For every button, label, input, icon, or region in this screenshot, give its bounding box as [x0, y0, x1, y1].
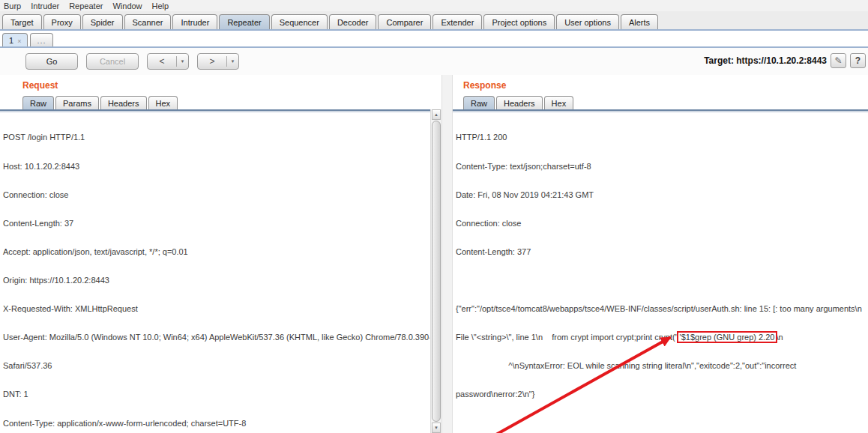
- tab-alerts[interactable]: Alerts: [621, 14, 658, 29]
- scrollbar-thumb[interactable]: [432, 121, 441, 422]
- response-line: Date: Fri, 08 Nov 2019 04:21:43 GMT: [456, 190, 868, 200]
- request-line: DNT: 1: [3, 390, 430, 399]
- request-editor-tabs: RawParamsHeadersHex: [0, 94, 441, 111]
- response-tab-hex[interactable]: Hex: [544, 96, 574, 109]
- target-url-label: Target: https://10.1.20.2:8443: [704, 55, 827, 66]
- response-body-line: ^\nSyntaxError: EOL while scanning strin…: [456, 361, 868, 371]
- tab-scanner[interactable]: Scanner: [124, 14, 172, 29]
- tab-extender[interactable]: Extender: [433, 14, 482, 29]
- repeater-tab-1-label: 1: [9, 36, 13, 45]
- scroll-up-icon[interactable]: ▲: [432, 109, 441, 120]
- pencil-icon: ✎: [834, 55, 842, 66]
- repeater-tab-1[interactable]: 1×: [2, 33, 28, 46]
- tab-intruder[interactable]: Intruder: [172, 14, 217, 29]
- request-line: Content-Length: 37: [3, 219, 430, 228]
- tab-comparer[interactable]: Comparer: [378, 14, 431, 29]
- help-button[interactable]: ?: [850, 53, 866, 68]
- request-tab-params[interactable]: Params: [55, 96, 99, 109]
- next-request-button[interactable]: >▼: [197, 53, 239, 70]
- response-body-line: {"err":"/opt/tsce4/tomcat8/webapps/tsce4…: [456, 304, 868, 314]
- scroll-down-icon[interactable]: ▼: [432, 423, 441, 433]
- menu-item-repeater[interactable]: Repeater: [69, 1, 103, 10]
- chevron-down-icon[interactable]: ▼: [227, 59, 238, 64]
- request-scrollbar[interactable]: ▲ ▼: [430, 109, 441, 433]
- menu-item-window[interactable]: Window: [112, 1, 142, 10]
- response-title: Response: [453, 75, 868, 94]
- response-editor[interactable]: HTTP/1.1 200 Content-Type: text/json;cha…: [453, 111, 868, 433]
- tab-spider[interactable]: Spider: [82, 14, 123, 29]
- request-line: Connection: close: [3, 190, 430, 200]
- response-pane: Response RawHeadersHex HTTP/1.1 200 Cont…: [453, 75, 868, 433]
- go-button[interactable]: Go: [25, 53, 78, 70]
- tab-decoder[interactable]: Decoder: [329, 14, 377, 29]
- request-line: POST /login HTTP/1.1: [3, 133, 430, 142]
- request-editor[interactable]: POST /login HTTP/1.1 Host: 10.1.20.2:844…: [0, 111, 430, 433]
- tab-repeater[interactable]: Repeater: [219, 14, 269, 29]
- edit-target-button[interactable]: ✎: [831, 53, 846, 68]
- response-body-line: File \"<string>\", line 1\n from crypt i…: [456, 333, 868, 342]
- request-title: Request: [0, 75, 441, 94]
- menu-item-intruder[interactable]: Intruder: [31, 1, 59, 10]
- request-line: X-Requested-With: XMLHttpRequest: [3, 304, 430, 314]
- request-tab-raw[interactable]: Raw: [22, 96, 54, 109]
- tab-project-options[interactable]: Project options: [483, 14, 555, 29]
- prev-label: <: [148, 56, 176, 67]
- repeater-toolbar: Go Cancel <▼ >▼ Target: https://10.1.20.…: [0, 48, 868, 75]
- request-line: Content-Type: application/x-www-form-url…: [3, 419, 430, 429]
- prev-request-button[interactable]: <▼: [147, 53, 189, 70]
- request-line: User-Agent: Mozilla/5.0 (Windows NT 10.0…: [3, 333, 430, 342]
- repeater-tab-more[interactable]: ...: [30, 33, 52, 46]
- request-line: Accept: application/json, text/javascrip…: [3, 247, 430, 257]
- response-editor-tabs: RawHeadersHex: [453, 94, 868, 111]
- main-tab-bar: TargetProxySpiderScannerIntruderRepeater…: [0, 11, 868, 31]
- tab-sequencer[interactable]: Sequencer: [271, 14, 328, 29]
- chevron-down-icon[interactable]: ▼: [177, 59, 188, 64]
- response-body-line: password\nerror:2\n"}: [456, 390, 868, 399]
- request-pane: Request RawParamsHeadersHex POST /login …: [0, 75, 441, 433]
- request-line: Safari/537.36: [3, 361, 430, 371]
- menu-item-help[interactable]: Help: [152, 1, 169, 10]
- repeater-tab-bar: 1×...: [0, 31, 868, 48]
- menu-item-burp[interactable]: Burp: [4, 1, 21, 10]
- tab-target[interactable]: Target: [2, 14, 42, 29]
- response-line: Content-Type: text/json;charset=utf-8: [456, 162, 868, 172]
- response-tab-raw[interactable]: Raw: [463, 96, 495, 109]
- request-line: Host: 10.1.20.2:8443: [3, 162, 430, 172]
- menu-bar: BurpIntruderRepeaterWindowHelp: [0, 0, 868, 11]
- response-blank-line: [456, 276, 868, 285]
- response-line: Content-Length: 377: [456, 247, 868, 257]
- response-tab-headers[interactable]: Headers: [496, 96, 543, 109]
- cancel-button[interactable]: Cancel: [86, 53, 139, 70]
- request-tab-hex[interactable]: Hex: [148, 96, 178, 109]
- tab-user-options[interactable]: User options: [556, 14, 619, 29]
- request-tab-headers[interactable]: Headers: [100, 96, 147, 109]
- close-icon[interactable]: ×: [17, 37, 21, 45]
- response-annotation-box: '$1$grep (GNU grep) 2.20: [678, 333, 777, 342]
- request-line: Origin: https://10.1.20.2:8443: [3, 276, 430, 285]
- help-icon: ?: [855, 55, 861, 66]
- next-label: >: [198, 56, 226, 67]
- pane-divider[interactable]: [441, 75, 453, 433]
- tab-proxy[interactable]: Proxy: [43, 14, 81, 29]
- response-line: HTTP/1.1 200: [456, 133, 868, 142]
- response-line: Connection: close: [456, 219, 868, 228]
